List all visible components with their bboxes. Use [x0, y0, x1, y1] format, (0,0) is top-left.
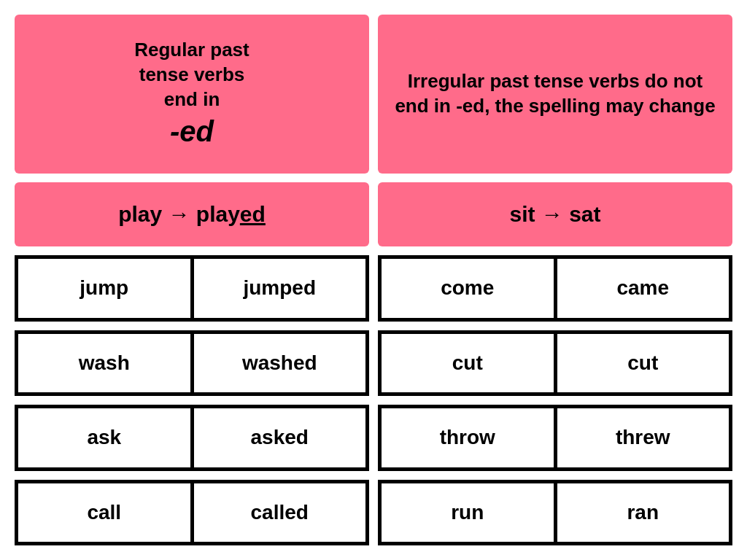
- right-example-text: sit → sat: [509, 202, 600, 227]
- left-example-text: play → played: [118, 202, 266, 227]
- left-pair-2-base: wash: [17, 332, 193, 394]
- left-pair-3-past: asked: [193, 407, 368, 468]
- left-pair-3: ask asked: [15, 405, 369, 470]
- left-pair-1-base: jump: [17, 257, 193, 319]
- main-container: Regular past tense verbs end in -ed Irre…: [0, 0, 747, 560]
- right-pair-2-past: cut: [556, 332, 731, 394]
- right-example-card: sit → sat: [378, 182, 732, 246]
- right-pair-2-base: cut: [380, 332, 556, 394]
- left-pair-1-past: jumped: [193, 257, 368, 319]
- left-pair-4-past: called: [193, 482, 368, 543]
- right-pair-1: come came: [378, 255, 732, 321]
- right-pair-2: cut cut: [378, 330, 732, 396]
- right-pair-3-base: throw: [380, 407, 556, 468]
- left-header-text: Regular past tense verbs end in -ed: [134, 38, 249, 149]
- left-pair-2-past: washed: [193, 332, 368, 394]
- right-pair-3-past: threw: [556, 407, 731, 468]
- right-pair-3: throw threw: [378, 405, 732, 470]
- right-pair-4-base: run: [380, 482, 556, 543]
- right-header-card: Irregular past tense verbs do not end in…: [378, 15, 732, 174]
- right-pair-4: run ran: [378, 480, 732, 545]
- left-header-card: Regular past tense verbs end in -ed: [15, 15, 369, 174]
- right-pair-1-past: came: [556, 257, 731, 319]
- left-pair-4-base: call: [17, 482, 193, 543]
- left-pair-1: jump jumped: [15, 255, 369, 321]
- left-pair-3-base: ask: [17, 407, 193, 468]
- right-pair-4-past: ran: [556, 482, 731, 543]
- left-example-card: play → played: [15, 182, 369, 246]
- left-pair-2: wash washed: [15, 330, 369, 396]
- right-header-text: Irregular past tense verbs do not end in…: [392, 69, 718, 119]
- left-pair-4: call called: [15, 480, 369, 545]
- ed-suffix: -ed: [134, 112, 249, 150]
- right-pair-1-base: come: [380, 257, 556, 319]
